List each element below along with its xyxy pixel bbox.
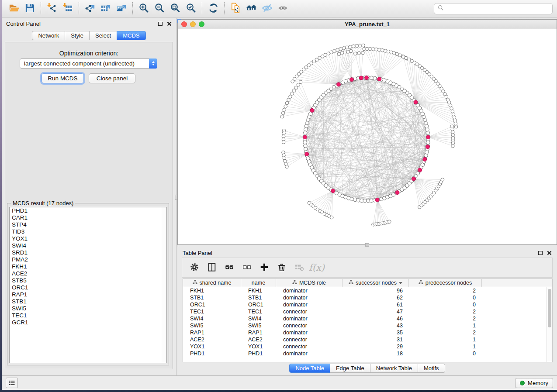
table-tab-network-table[interactable]: Network Table: [370, 364, 418, 373]
result-list-item[interactable]: STB1: [10, 298, 166, 305]
memory-status-dot: [520, 381, 525, 385]
table-row[interactable]: ORC1ORC1dominator610: [183, 301, 552, 308]
table-scrollbar-thumb[interactable]: [548, 289, 551, 327]
table-row[interactable]: SWI4SWI4dominator462: [183, 315, 552, 322]
result-list-item[interactable]: SRD1: [10, 249, 166, 256]
float-table-panel-icon[interactable]: [538, 251, 543, 255]
result-list-item[interactable]: FKH1: [10, 263, 166, 270]
table-row[interactable]: TEC1TEC1connector472: [183, 308, 552, 315]
result-list-item[interactable]: TEC1: [10, 312, 166, 319]
tab-select[interactable]: Select: [89, 31, 117, 40]
close-table-panel-icon[interactable]: [547, 251, 552, 255]
table-row[interactable]: SWI5SWI5connector431: [183, 322, 552, 329]
toolbar-separator: [79, 2, 79, 15]
select-all-icon: [225, 262, 234, 273]
column-header-predecessor-nodes[interactable]: predecessor nodes: [409, 279, 482, 287]
zoom-fit-button[interactable]: [167, 2, 183, 16]
table-row[interactable]: YOX1YOX1connector291: [183, 343, 552, 350]
unselect-all-button[interactable]: [239, 260, 255, 275]
settings-gear-button[interactable]: [187, 260, 202, 275]
table-tab-motifs[interactable]: Motifs: [418, 364, 445, 373]
result-list-item[interactable]: GCR1: [10, 319, 166, 326]
table-cell: 0: [409, 294, 482, 301]
table-row[interactable]: RAP1RAP1dominator352: [183, 329, 552, 336]
column-header-MCDS-role[interactable]: MCDS role: [276, 279, 343, 287]
result-list-item[interactable]: STP4: [10, 221, 166, 228]
result-list-scrollbar[interactable]: [161, 207, 166, 363]
tab-style[interactable]: Style: [65, 31, 90, 40]
table-row[interactable]: FKH1FKH1dominator962: [183, 287, 552, 294]
search-input[interactable]: [446, 5, 549, 12]
function-builder-icon: f(x): [309, 262, 325, 273]
column-header-name[interactable]: name: [241, 279, 276, 287]
result-list-item[interactable]: ACE2: [10, 270, 166, 277]
result-list-item[interactable]: TID3: [10, 228, 166, 235]
result-list-item[interactable]: PMA2: [10, 256, 166, 263]
export-network-button[interactable]: [82, 2, 98, 16]
clone-network-button[interactable]: [228, 2, 243, 16]
column-header-shared-name[interactable]: shared name: [183, 279, 241, 287]
export-table-button[interactable]: [98, 2, 114, 16]
open-file-button[interactable]: [6, 2, 22, 16]
result-list-item[interactable]: SWI4: [10, 242, 166, 249]
result-list-item[interactable]: ORC1: [10, 284, 166, 291]
export-image-button[interactable]: [114, 2, 129, 16]
refresh-button[interactable]: [205, 2, 221, 16]
tab-network[interactable]: Network: [32, 31, 65, 40]
column-header-successor-nodes[interactable]: successor nodes: [343, 279, 409, 287]
hide-selected-button[interactable]: [259, 2, 275, 16]
open-file-icon: [9, 3, 20, 15]
column-label: name: [252, 280, 265, 286]
result-list-item[interactable]: RAP1: [10, 291, 166, 298]
criterion-dropdown[interactable]: largest connected component (undirected): [20, 58, 157, 69]
window-minimize-light[interactable]: [190, 21, 196, 27]
network-canvas[interactable]: [178, 29, 557, 244]
window-zoom-light[interactable]: [199, 21, 204, 27]
close-panel-button[interactable]: Close panel: [89, 73, 135, 83]
import-network-button[interactable]: [44, 2, 60, 16]
control-panel: Control Panel NetworkStyleSelectMCDS Opt…: [2, 18, 176, 375]
table-cell: connector: [276, 343, 343, 350]
table-cell: 29: [343, 343, 409, 350]
table-row[interactable]: ACE2ACE2connector311: [183, 336, 552, 343]
add-column-icon: [259, 262, 269, 273]
table-cell: 18: [343, 350, 409, 357]
window-close-light[interactable]: [181, 21, 187, 27]
delete-column-button[interactable]: [274, 260, 290, 275]
task-history-button[interactable]: [6, 378, 18, 388]
result-list-item[interactable]: YOX1: [10, 235, 166, 242]
add-column-button[interactable]: [256, 260, 272, 275]
table-scrollbar[interactable]: [547, 287, 552, 362]
table-row[interactable]: STB1STB1dominator620: [183, 294, 552, 301]
control-panel-title: Control Panel: [6, 21, 41, 27]
table-row[interactable]: PHD1PHD1dominator180: [183, 350, 552, 357]
result-list-item[interactable]: PHD1: [10, 207, 166, 214]
horizontal-splitter-handle[interactable]: [365, 243, 369, 247]
zoom-selected-button[interactable]: [183, 2, 199, 16]
table-tab-edge-table[interactable]: Edge Table: [330, 364, 370, 373]
zoom-out-button[interactable]: [152, 2, 167, 16]
network-titlebar[interactable]: YPA_prune.txt_1: [178, 20, 557, 29]
mcds-tab-content: Optimization criterion: largest connecte…: [5, 42, 173, 369]
table-tab-node-table[interactable]: Node Table: [289, 364, 330, 373]
save-session-button[interactable]: [22, 2, 38, 16]
first-neighbors-button[interactable]: [243, 2, 259, 16]
column-label: successor nodes: [356, 280, 397, 286]
result-list-item[interactable]: CAR1: [10, 214, 166, 221]
mcds-result-list[interactable]: PHD1CAR1STP4TID3YOX1SWI4SRD1PMA2FKH1ACE2…: [9, 207, 167, 363]
import-table-button[interactable]: [60, 2, 76, 16]
refresh-icon: [208, 3, 219, 15]
close-panel-icon[interactable]: [167, 21, 172, 26]
result-list-item[interactable]: STB5: [10, 277, 166, 284]
select-all-button[interactable]: [221, 260, 237, 275]
show-columns-button[interactable]: [204, 260, 220, 275]
zoom-in-button[interactable]: [136, 2, 152, 16]
show-all-button[interactable]: [275, 2, 291, 16]
run-mcds-button[interactable]: Run MCDS: [42, 73, 84, 83]
result-list-item[interactable]: SWI5: [10, 305, 166, 312]
table-cell: TEC1: [241, 308, 276, 315]
memory-button[interactable]: Memory: [515, 378, 553, 388]
float-panel-icon[interactable]: [158, 22, 163, 26]
show-all-icon: [277, 3, 288, 15]
tab-mcds[interactable]: MCDS: [117, 31, 145, 40]
